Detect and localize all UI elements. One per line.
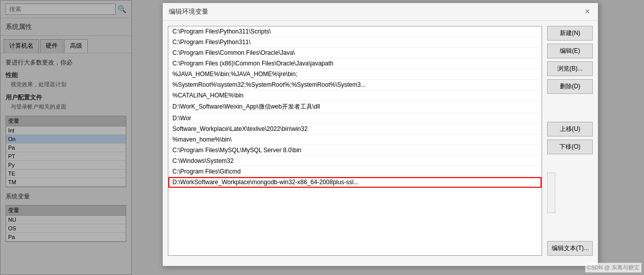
browse-button[interactable]: 浏览(B)... bbox=[547, 61, 593, 76]
btn-spacer bbox=[547, 97, 593, 119]
csdn-watermark: CSDN @ 东离与糖宝 bbox=[585, 263, 641, 272]
edit-button[interactable]: 编辑(E) bbox=[547, 44, 593, 58]
path-item-14[interactable]: D:\WorkSoftware_Workplace\mongodb-win32-… bbox=[168, 177, 542, 188]
path-item-2[interactable]: C:\Program Files\Common Files\Oracle\Jav… bbox=[168, 48, 542, 58]
edit-text-button[interactable]: 编辑文本(T)... bbox=[547, 241, 593, 256]
path-item-7[interactable]: D:\WorK_Software\Weixin_App\微信web开发者工具\d… bbox=[168, 101, 542, 113]
path-item-8[interactable]: D:\Wor bbox=[168, 113, 542, 124]
path-item-5[interactable]: %SystemRoot%\system32;%SystemRoot%;%Syst… bbox=[168, 80, 542, 90]
new-button[interactable]: 新建(N) bbox=[547, 26, 593, 41]
btn-gap bbox=[547, 157, 593, 167]
path-item-13[interactable]: C:\Program Files\Git\cmd bbox=[168, 166, 542, 177]
dialog-left-panel: C:\Program Files\Python311\Scripts\ C:\P… bbox=[168, 26, 542, 256]
path-item-9[interactable]: Software_Workplace\LateX\texlive\2022\bi… bbox=[168, 124, 542, 134]
delete-button[interactable]: 删除(D) bbox=[547, 79, 593, 94]
path-item-0[interactable]: C:\Program Files\Python311\Scripts\ bbox=[168, 26, 542, 37]
edit-env-var-dialog: 编辑环境变量 × C:\Program Files\Python311\Scri… bbox=[162, 3, 598, 266]
spacer2 bbox=[547, 216, 593, 238]
path-item-11[interactable]: C:\Program Files\MySQL\MySQL Server 8.0\… bbox=[168, 145, 542, 156]
move-up-button[interactable]: 上移(U) bbox=[547, 122, 593, 136]
close-button[interactable]: × bbox=[583, 7, 592, 16]
path-item-10[interactable]: %maven_home%\bin\ bbox=[168, 134, 542, 145]
path-item-3[interactable]: C:\Program Files (x86)\Common Files\Orac… bbox=[168, 58, 542, 69]
path-item-4[interactable]: %JAVA_HOME%\bin;%JAVA_HOME%\jre\bin; bbox=[168, 69, 542, 80]
dialog-right-buttons: 新建(N) 编辑(E) 浏览(B)... 删除(D) 上移(U) 下移(O) 编… bbox=[547, 26, 593, 256]
dialog-title: 编辑环境变量 bbox=[169, 7, 208, 16]
path-item-6[interactable]: %CATALINA_HOME%\bin bbox=[168, 90, 542, 101]
dialog-titlebar: 编辑环境变量 × bbox=[163, 3, 598, 21]
scrollbar-thumb[interactable] bbox=[547, 173, 555, 213]
dialog-body: C:\Program Files\Python311\Scripts\ C:\P… bbox=[163, 21, 598, 261]
path-item-12[interactable]: C:\Windows\System32 bbox=[168, 156, 542, 166]
path-item-1[interactable]: C:\Program Files\Python311\ bbox=[168, 37, 542, 48]
move-down-button[interactable]: 下移(O) bbox=[547, 140, 593, 154]
path-list[interactable]: C:\Program Files\Python311\Scripts\ C:\P… bbox=[168, 26, 542, 256]
